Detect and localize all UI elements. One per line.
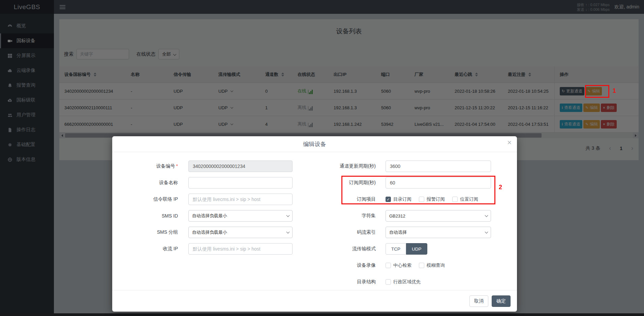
recv-ip-field[interactable] bbox=[188, 243, 293, 255]
admin-region-first-checkbox[interactable]: 行政区域优先 bbox=[386, 279, 421, 285]
modal-title: 编辑设备 bbox=[303, 140, 326, 148]
tcp-toggle-button[interactable]: TCP bbox=[386, 243, 406, 255]
close-icon[interactable]: × bbox=[507, 139, 512, 146]
signal-ip-label: 信令联络 IP bbox=[112, 196, 178, 202]
recv-ip-label: 收流 IP bbox=[112, 246, 178, 252]
annotation-box-step2 bbox=[341, 176, 495, 204]
annotation-number-step2: 2 bbox=[499, 184, 502, 191]
charset-select[interactable]: GB2312 bbox=[386, 210, 491, 222]
udp-toggle-button[interactable]: UDP bbox=[406, 243, 427, 255]
checkbox-icon bbox=[386, 279, 391, 285]
sms-group-label: SMS 分组 bbox=[112, 229, 178, 235]
edit-device-modal: 编辑设备 × 设备编号* 设备名称 信令联络 IP SMS ID 自动选择负载最… bbox=[112, 136, 517, 312]
device-name-field[interactable] bbox=[188, 177, 293, 189]
annotation-number-step1: 1 bbox=[613, 87, 616, 94]
stream-mode-label: 流传输模式 bbox=[277, 246, 376, 252]
checkbox-icon bbox=[386, 263, 391, 268]
annotation-box-step1 bbox=[585, 85, 609, 98]
confirm-button[interactable]: 确定 bbox=[492, 295, 511, 307]
catalog-structure-label: 目录结构 bbox=[277, 279, 376, 285]
device-id-label: 设备编号* bbox=[112, 163, 178, 169]
sms-id-label: SMS ID bbox=[112, 213, 178, 219]
channel-refresh-label: 通道更新周期(秒) bbox=[277, 163, 376, 169]
device-name-label: 设备名称 bbox=[112, 180, 178, 186]
device-record-label: 设备录像 bbox=[277, 262, 376, 268]
sms-group-select[interactable]: 自动选择负载最小 bbox=[188, 227, 293, 238]
charset-label: 字符集 bbox=[277, 213, 376, 219]
required-asterisk: * bbox=[176, 163, 178, 169]
stream-mode-toggle: TCP UDP bbox=[386, 243, 427, 255]
stream-index-select[interactable]: 自动选择 bbox=[386, 227, 491, 238]
stream-index-label: 码流索引 bbox=[277, 229, 376, 235]
device-id-field bbox=[188, 161, 293, 172]
sms-id-select[interactable]: 自动选择负载最小 bbox=[188, 210, 293, 222]
cancel-button[interactable]: 取消 bbox=[469, 295, 488, 307]
signal-ip-field[interactable] bbox=[188, 194, 293, 205]
checkbox-icon bbox=[419, 263, 424, 268]
channel-refresh-field[interactable] bbox=[386, 161, 491, 172]
center-search-checkbox[interactable]: 中心检索 bbox=[386, 262, 411, 268]
fuzzy-query-checkbox[interactable]: 模糊查询 bbox=[419, 262, 445, 268]
